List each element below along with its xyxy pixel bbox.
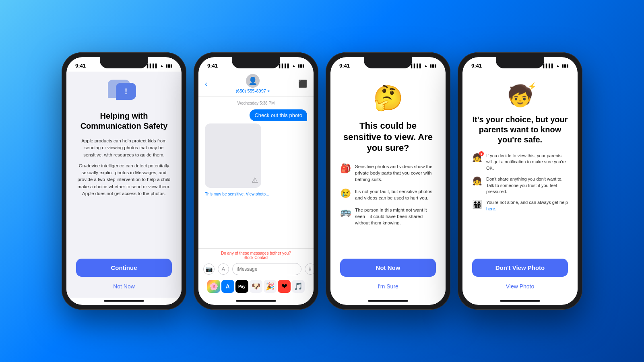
battery-icon-4: ▮▮▮: [561, 64, 569, 68]
reason-emoji-2: 😢: [340, 188, 351, 199]
signal-icon-1: ▌▌▌▌: [147, 64, 158, 68]
phone1-body1: Apple products can help protect kids fro…: [76, 138, 172, 158]
messages-footer: Do any of these messages bother you? Blo…: [198, 248, 314, 298]
appstore-button[interactable]: A: [218, 263, 229, 275]
status-icons-2: ▌▌▌▌ ▲ ▮▮▮: [279, 64, 305, 68]
reason-emoji-1: 🎒: [340, 163, 351, 174]
notch-1: [100, 57, 148, 68]
block-contact-link[interactable]: Block Contact: [244, 255, 268, 260]
audio-button[interactable]: 🎙: [305, 263, 314, 275]
contact-avatar: 👤: [246, 74, 260, 88]
time-3: 9:41: [339, 63, 350, 69]
sent-message-bubble: Check out this photo: [250, 109, 307, 121]
view-photo-button[interactable]: View Photo: [504, 282, 536, 291]
info-text-1: If you decide to view this, your parents…: [486, 153, 568, 171]
messages-header: ‹ 👤 (650) 555-8997 > ⬛: [198, 72, 314, 97]
child-emoji-container: 🧒 ⚡: [507, 84, 533, 108]
bubble-front: !: [116, 83, 136, 100]
dont-view-button[interactable]: Don't View Photo: [472, 259, 568, 277]
unknown-app[interactable]: ❤: [278, 280, 291, 293]
status-icons-3: ▌▌▌▌ ▲ ▮▮▮: [411, 64, 437, 68]
reason-item-3: 🚌 The person in this might not want it s…: [340, 207, 436, 226]
reason-list: 🎒 Sensitive photos and videos show the p…: [340, 163, 436, 226]
wifi-icon-2: ▲: [292, 64, 296, 68]
applepay-app[interactable]: Pay: [235, 280, 248, 293]
im-sure-button[interactable]: I'm Sure: [376, 282, 400, 291]
info-item-2: 👧 Don't share anything you don't want to…: [472, 176, 568, 195]
status-icons-1: ▌▌▌▌ ▲ ▮▮▮: [147, 64, 173, 68]
phone-1: 9:41 ▌▌▌▌ ▲ ▮▮▮ ! Helping with Communica…: [62, 52, 186, 310]
info-icon-2: 👧: [472, 176, 482, 186]
time-4: 9:41: [471, 63, 482, 69]
stickers-app[interactable]: 🎉: [264, 280, 277, 293]
photo-placeholder: ⚠: [205, 123, 261, 188]
appstore-app[interactable]: A: [221, 280, 234, 293]
phones-container: 9:41 ▌▌▌▌ ▲ ▮▮▮ ! Helping with Communica…: [54, 44, 590, 318]
video-call-icon[interactable]: ⬛: [298, 79, 307, 88]
phone1-title: Helping with Communication Safety: [76, 111, 172, 131]
photo-warning-icon: ⚠: [252, 176, 258, 185]
info-icon-3: 👨‍👩‍👧‍👦: [472, 200, 482, 209]
phone-4: 9:41 ▌▌▌▌ ▲ ▮▮▮ 🧒 ⚡ It's your choice, bu…: [458, 52, 582, 310]
signal-icon-4: ▌▌▌▌: [543, 64, 554, 68]
continue-button[interactable]: Continue: [76, 259, 172, 277]
phone1-screen: ! Helping with Communication Safety Appl…: [66, 72, 182, 298]
phone2-screen: ‹ 👤 (650) 555-8997 > ⬛ Wednesday 5:38 PM…: [198, 72, 314, 298]
app-dock: 🌸 A Pay 🐶 🎉 ❤ 🎵: [203, 278, 309, 294]
not-now-button-3[interactable]: Not Now: [340, 259, 436, 277]
camera-button[interactable]: 📷: [203, 263, 215, 275]
wifi-icon-3: ▲: [424, 64, 428, 68]
phone3-screen: 🤔 This could be sensitive to view. Are y…: [330, 72, 446, 298]
info-item-1: 👧1 If you decide to view this, your pare…: [472, 153, 568, 171]
imessage-input[interactable]: [232, 263, 301, 275]
info-list: 👧1 If you decide to view this, your pare…: [472, 153, 568, 212]
notch-2: [232, 57, 280, 68]
block-contact-text: Do any of these messages bother you? Blo…: [203, 251, 309, 260]
music-app[interactable]: 🎵: [292, 280, 305, 293]
phone-3: 9:41 ▌▌▌▌ ▲ ▮▮▮ 🤔 This could be sensitiv…: [326, 52, 450, 310]
info-item-3: 👨‍👩‍👧‍👦 You're not alone, and can always…: [472, 200, 568, 212]
home-bar-3: [368, 300, 408, 302]
thinking-emoji: 🤔: [373, 84, 403, 112]
notch-4: [496, 57, 544, 68]
time-1: 9:41: [75, 63, 86, 69]
reason-text-2: It's not your fault, but sensitive photo…: [355, 188, 436, 201]
reason-item-2: 😢 It's not your fault, but sensitive pho…: [340, 188, 436, 201]
input-row: 📷 A 🎙: [203, 263, 309, 275]
reason-text-1: Sensitive photos and videos show the pri…: [355, 163, 436, 183]
memoji-app[interactable]: 🐶: [250, 280, 262, 293]
battery-icon-3: ▮▮▮: [429, 64, 437, 68]
not-now-button-1[interactable]: Not Now: [111, 282, 136, 291]
info-icon-1: 👧1: [472, 153, 482, 162]
info-text-3: You're not alone, and can always get hel…: [486, 200, 568, 212]
phone1-body2: On-device intelligence can detect potent…: [76, 162, 172, 197]
phone-2: 9:41 ▌▌▌▌ ▲ ▮▮▮ ‹ 👤 (650) 555-8997 > ⬛: [194, 52, 318, 310]
exclaim-mark: !: [125, 87, 128, 96]
info-text-2: Don't share anything you don't want to. …: [486, 176, 568, 195]
signal-icon-2: ▌▌▌▌: [279, 64, 290, 68]
battery-icon-2: ▮▮▮: [297, 64, 305, 68]
reason-text-3: The person in this might not want it see…: [355, 207, 436, 226]
wifi-icon-4: ▲: [556, 64, 560, 68]
sensitive-label: This may be sensitive. View photo...: [205, 192, 307, 196]
photos-app[interactable]: 🌸: [207, 280, 220, 293]
reason-item-1: 🎒 Sensitive photos and videos show the p…: [340, 163, 436, 183]
wifi-icon-1: ▲: [160, 64, 164, 68]
time-2: 9:41: [207, 63, 218, 69]
lightning-emoji: ⚡: [528, 82, 537, 91]
messages-body: Wednesday 5:38 PM Check out this photo ⚠…: [198, 97, 314, 248]
contact-info: 👤 (650) 555-8997 >: [236, 74, 270, 93]
home-bar-4: [500, 300, 540, 302]
communication-safety-icon: !: [108, 80, 140, 104]
reason-emoji-3: 🚌: [340, 207, 351, 217]
view-photo-link[interactable]: View photo...: [246, 192, 269, 196]
back-button[interactable]: ‹: [205, 80, 207, 88]
help-link[interactable]: here.: [486, 206, 496, 211]
contact-name[interactable]: (650) 555-8997 >: [236, 88, 270, 93]
home-bar-1: [104, 300, 144, 302]
notch-3: [364, 57, 412, 68]
signal-icon-3: ▌▌▌▌: [411, 64, 422, 68]
phone3-title: This could be sensitive to view. Are you…: [340, 120, 436, 154]
status-icons-4: ▌▌▌▌ ▲ ▮▮▮: [543, 64, 569, 68]
msg-timestamp: Wednesday 5:38 PM: [205, 101, 307, 105]
